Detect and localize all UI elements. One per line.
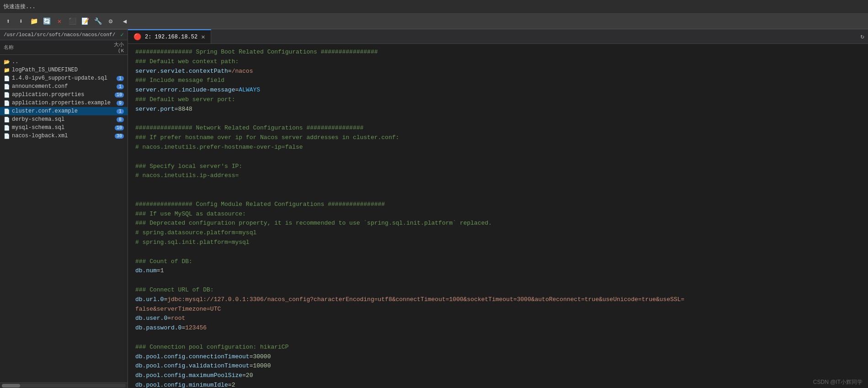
code-line-28: false&serverTimezone=UTC [135, 305, 861, 314]
code-line-10: ### If prefer hostname over ip for Nacos… [135, 133, 861, 143]
toolbar-folder-btn[interactable]: 📁 [28, 16, 40, 27]
parent-icon: 📂 [4, 59, 10, 65]
file-icon: 📄 [4, 84, 10, 90]
file-icon: 📄 [4, 100, 10, 106]
code-line-7: server.port=8848 [135, 105, 861, 114]
code-line-5: server.error.include-message=ALWAYS [135, 86, 861, 95]
file-icon: 📄 [4, 117, 10, 123]
toolbar-edit-btn[interactable]: 📝 [79, 16, 91, 27]
toolbar-down-btn[interactable]: ⬇ [15, 16, 27, 27]
tab-reload-btn[interactable]: ↻ [861, 32, 864, 40]
code-line-21: # spring.sql.init.platform=mysql [135, 238, 861, 248]
code-line-19: ### Deprecated configuration property, i… [135, 219, 861, 228]
code-line-18: ### If use MySQL as datasource: [135, 210, 861, 219]
toolbar-back-btn[interactable]: ◀ [119, 16, 131, 27]
code-line-20: # spring.datasource.platform=mysql [135, 228, 861, 238]
path-confirm-icon[interactable]: ✓ [120, 31, 124, 38]
folder-icon: 📁 [4, 67, 10, 73]
code-line-blank3 [135, 181, 861, 190]
current-path: /usr/local/src/soft/nacos/nacos/conf/ [4, 32, 118, 38]
code-line-27: db.url.0=jdbc:mysql://127.0.0.1:3306/nac… [135, 295, 861, 305]
tab-spacer [211, 29, 857, 43]
code-line-35: db.pool.config.maximumPoolSize=20 [135, 371, 861, 381]
toolbar: ⬆ ⬇ 📁 🔄 ✕ ⬛ 📝 🔧 ⚙ ◀ [0, 14, 868, 29]
code-line-4: ### Include message field [135, 76, 861, 86]
code-line-blank2 [135, 152, 861, 162]
file-icon: 📄 [4, 108, 10, 114]
editor-content[interactable]: ################ Spring Boot Related Con… [128, 44, 868, 388]
code-line-1: ################ Spring Boot Related Con… [135, 48, 861, 57]
tree-item-appprops[interactable]: 📄 application.properties 10 [0, 91, 128, 99]
tab-reload-area: ↻ [857, 29, 868, 43]
top-bar: 快速连接... [0, 0, 868, 14]
code-line-13: ### Specify local server's IP: [135, 162, 861, 172]
tab-icon: 🔴 [133, 33, 141, 41]
toolbar-gear-btn[interactable]: ⚙ [105, 16, 117, 27]
code-line-30: db.password.0=123456 [135, 323, 861, 333]
code-line-blank7 [135, 333, 861, 343]
badge-cluster: 1 [117, 109, 124, 114]
tree-item-logpath[interactable]: 📁 logPath_IS_UNDEFINED [0, 66, 128, 74]
code-line-2: ### Default web context path: [135, 57, 861, 67]
tree-item-cluster-conf[interactable]: 📄 cluster.conf.example 1 [0, 107, 128, 115]
code-line-24: db.num=1 [135, 266, 861, 276]
code-line-14: # nacos.inetutils.ip-address= [135, 171, 861, 181]
file-icon: 📄 [4, 125, 10, 131]
app-title: 快速连接... [4, 3, 36, 11]
tab-bar: 🔴 2: 192.168.18.52 ✕ ↻ [128, 29, 868, 44]
tree-item-announcement[interactable]: 📄 announcement.conf 1 [0, 82, 128, 91]
badge-sql1: 1 [117, 76, 124, 81]
badge-announcement: 1 [117, 84, 124, 89]
badge-derby: 8 [117, 117, 124, 122]
tab-close-btn[interactable]: ✕ [201, 33, 205, 41]
tree-item-parent[interactable]: 📂 .. [0, 58, 128, 66]
code-line-26: ### Connect URL of DB: [135, 286, 861, 295]
code-line-34: db.pool.config.validationTimeout=10000 [135, 361, 861, 371]
main-area: /usr/local/src/soft/nacos/nacos/conf/ ✓ … [0, 29, 868, 388]
badge-mysql: 10 [115, 125, 124, 130]
code-line-29: db.user.0=root [135, 314, 861, 323]
toolbar-refresh-btn[interactable]: 🔄 [41, 16, 53, 27]
code-line-blank5 [135, 248, 861, 257]
toolbar-settings-btn[interactable]: 🔧 [92, 16, 104, 27]
col-size-header: 大小 (K [106, 41, 124, 54]
tree-item-logback[interactable]: 📄 nacos-logback.xml 30 [0, 132, 128, 140]
code-line-23: ### Count of DB: [135, 257, 861, 267]
file-icon: 📄 [4, 92, 10, 98]
tree-item-sql1[interactable]: 📄 1.4.0-ipv6_support-update.sql 1 [0, 74, 128, 82]
tree-item-appprops-example[interactable]: 📄 application.properties.example 9 [0, 99, 128, 107]
file-icon: 📄 [4, 133, 10, 139]
code-line-9: ################ Network Related Configu… [135, 124, 861, 133]
code-line-32: ### Connection pool configuration: hikar… [135, 343, 861, 352]
code-line-blank6 [135, 276, 861, 286]
code-line-17: ################ Config Module Related C… [135, 200, 861, 210]
file-icon: 📄 [4, 75, 10, 81]
code-line-36: db.pool.config.minimumIdle=2 [135, 381, 861, 388]
toolbar-stop-btn[interactable]: ⬛ [66, 16, 78, 27]
toolbar-up-btn[interactable]: ⬆ [2, 16, 14, 27]
toolbar-close-btn[interactable]: ✕ [53, 16, 65, 27]
col-name-header: 名称 [4, 44, 106, 51]
scroll-thumb [2, 384, 20, 388]
tab-label: 2: 192.168.18.52 [145, 34, 197, 40]
scroll-track[interactable] [2, 384, 126, 388]
tree-item-mysql[interactable]: 📄 mysql-schema.sql 10 [0, 124, 128, 132]
tree-item-derby[interactable]: 📄 derby-schema.sql 8 [0, 115, 128, 124]
watermark: CSDN @IT小辉同学 [813, 378, 863, 386]
code-line-3: server.servlet.contextPath=/nacos [135, 67, 861, 76]
code-line-11: # nacos.inetutils.prefer-hostname-over-i… [135, 143, 861, 152]
tab-192[interactable]: 🔴 2: 192.168.18.52 ✕ [128, 29, 211, 43]
file-tree-header: 名称 大小 (K [0, 40, 128, 55]
code-line-blank1 [135, 114, 861, 124]
badge-appprops-example: 9 [117, 101, 124, 106]
code-line-33: db.pool.config.connectionTimeout=30000 [135, 352, 861, 362]
editor-area: 🔴 2: 192.168.18.52 ✕ ↻ ################ … [128, 29, 868, 388]
file-tree: 📂 .. 📁 logPath_IS_UNDEFINED 📄 1.4.0-ipv6… [0, 56, 128, 383]
code-line-6: ### Default web server port: [135, 95, 861, 105]
sidebar-scrollbar [0, 383, 128, 388]
sidebar: /usr/local/src/soft/nacos/nacos/conf/ ✓ … [0, 29, 128, 388]
badge-logback: 30 [115, 134, 124, 139]
path-bar: /usr/local/src/soft/nacos/nacos/conf/ ✓ [0, 29, 128, 40]
badge-appprops: 10 [115, 92, 124, 97]
code-line-blank4 [135, 190, 861, 200]
